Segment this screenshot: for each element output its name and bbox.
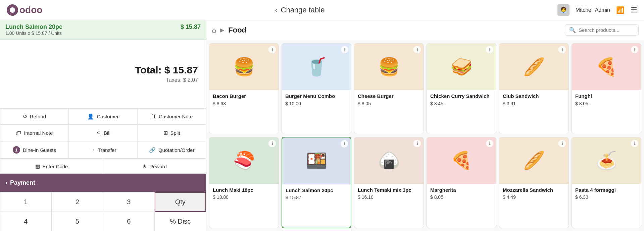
product-info-button-lunch-temaki-mix-3pc[interactable]: ℹ xyxy=(413,140,421,147)
transfer-button[interactable]: → Transfer xyxy=(69,141,138,159)
product-info-button-bacon-burger[interactable]: ℹ xyxy=(268,46,276,53)
category-label: Food xyxy=(228,26,246,35)
home-icon[interactable]: ⌂ xyxy=(212,26,216,35)
product-name-funghi: Funghi xyxy=(575,93,638,100)
product-name-lunch-maki-18pc: Lunch Maki 18pc xyxy=(213,187,275,193)
avatar: 🧑‍💼 xyxy=(557,4,569,16)
product-info-pasta-4-formaggi: Pasta 4 formaggi $ 6.33 xyxy=(572,184,641,204)
customer-icon: 👤 xyxy=(87,113,94,120)
bill-label: Bill xyxy=(104,130,110,136)
product-image-cheese-burger: 🍔 xyxy=(354,43,424,90)
payment-chevron-icon: › xyxy=(5,179,7,186)
quotation-order-button[interactable]: 🔗 Quotation/Order xyxy=(137,141,206,159)
product-card-lunch-salmon-20pc[interactable]: 🍱 ℹ Lunch Salmon 20pc $ 15.87 xyxy=(282,137,351,229)
customer-note-label: Customer Note xyxy=(159,114,193,119)
product-price-funghi: $ 8.05 xyxy=(575,101,638,106)
back-button[interactable]: ‹ xyxy=(275,6,278,14)
numpad-grid: 1 2 3 Qty 4 5 6 % Disc xyxy=(0,192,206,231)
numpad-1[interactable]: 1 xyxy=(0,192,52,212)
product-info-button-club-sandwich[interactable]: ℹ xyxy=(558,46,566,53)
numpad-3[interactable]: 3 xyxy=(103,192,155,212)
order-item-name: Lunch Salmon 20pc xyxy=(5,23,62,31)
numpad-qty[interactable]: Qty xyxy=(155,192,206,212)
product-card-cheese-burger[interactable]: 🍔 ℹ Cheese Burger $ 8.05 xyxy=(354,43,424,134)
product-image-bacon-burger: 🍔 xyxy=(209,43,279,90)
numpad-disc[interactable]: % Disc xyxy=(155,212,206,231)
breadcrumb-sep: ▶ xyxy=(220,27,224,33)
category-bar: ⌂ ▶ Food 🔍 xyxy=(206,20,644,40)
product-info-button-lunch-salmon-20pc[interactable]: ℹ xyxy=(341,140,348,148)
product-emoji-burger-menu-combo: 🥤 xyxy=(306,57,328,77)
product-image-chicken-curry-sandwich: 🥪 xyxy=(427,43,496,90)
total-area: Total: $ 15.87 Taxes: $ 2.07 xyxy=(0,40,206,108)
customer-note-button[interactable]: 🗒 Customer Note xyxy=(137,108,206,125)
product-name-mozzarella-sandwich: Mozzarella Sandwich xyxy=(503,187,565,193)
numpad-6[interactable]: 6 xyxy=(103,212,155,231)
payment-button[interactable]: › Payment xyxy=(0,174,206,192)
enter-code-label: Enter Code xyxy=(43,164,68,169)
product-emoji-bacon-burger: 🍔 xyxy=(233,57,255,77)
internal-note-button[interactable]: 🏷 Internal Note xyxy=(0,125,69,141)
product-emoji-cheese-burger: 🍔 xyxy=(378,57,400,77)
customer-note-icon: 🗒 xyxy=(151,114,156,120)
reward-button[interactable]: ★ Reward xyxy=(103,159,206,174)
split-icon: ⊞ xyxy=(163,130,168,136)
product-card-pasta-4-formaggi[interactable]: 🍝 ℹ Pasta 4 formaggi $ 6.33 xyxy=(572,137,641,229)
product-card-margherita[interactable]: 🍕 ℹ Margherita $ 8.05 xyxy=(427,137,496,229)
product-info-button-cheese-burger[interactable]: ℹ xyxy=(413,46,421,53)
product-info-bacon-burger: Bacon Burger $ 8.63 xyxy=(209,90,279,110)
product-info-button-funghi[interactable]: ℹ xyxy=(631,46,638,53)
quotation-order-label: Quotation/Order xyxy=(158,147,195,153)
dine-in-badge: 1 xyxy=(13,146,20,154)
quotation-icon: 🔗 xyxy=(149,147,156,153)
product-info-button-lunch-maki-18pc[interactable]: ℹ xyxy=(268,140,276,147)
product-card-lunch-temaki-mix-3pc[interactable]: 🍙 ℹ Lunch Temaki mix 3pc $ 16.10 xyxy=(354,137,424,229)
numpad-5[interactable]: 5 xyxy=(52,212,103,231)
refund-button[interactable]: ↺ Refund xyxy=(0,108,69,125)
barcode-icon: ▦ xyxy=(35,163,40,169)
order-item-qty: 1.00 Units x $ 15.87 / Units xyxy=(5,31,62,36)
product-card-burger-menu-combo[interactable]: 🥤 ℹ Burger Menu Combo $ 10.00 xyxy=(282,43,351,134)
svg-point-0 xyxy=(10,7,15,13)
hamburger-menu-button[interactable]: ☰ xyxy=(631,6,637,14)
product-info-button-pasta-4-formaggi[interactable]: ℹ xyxy=(631,140,638,147)
product-card-mozzarella-sandwich[interactable]: 🥖 ℹ Mozzarella Sandwich $ 4.49 xyxy=(499,137,569,229)
product-info-button-margherita[interactable]: ℹ xyxy=(486,140,493,147)
product-info-cheese-burger: Cheese Burger $ 8.05 xyxy=(354,90,424,110)
product-price-burger-menu-combo: $ 10.00 xyxy=(285,101,348,106)
product-info-button-chicken-curry-sandwich[interactable]: ℹ xyxy=(486,46,493,53)
product-card-funghi[interactable]: 🍕 ℹ Funghi $ 8.05 xyxy=(572,43,641,134)
tag-icon: 🏷 xyxy=(16,130,21,136)
product-image-lunch-temaki-mix-3pc: 🍙 xyxy=(354,137,424,184)
product-price-pasta-4-formaggi: $ 6.33 xyxy=(575,194,638,200)
product-emoji-lunch-salmon-20pc: 🍱 xyxy=(306,151,328,171)
search-input[interactable] xyxy=(579,27,634,33)
product-emoji-club-sandwich: 🥖 xyxy=(523,57,545,77)
product-card-bacon-burger[interactable]: 🍔 ℹ Bacon Burger $ 8.63 xyxy=(209,43,279,134)
product-price-chicken-curry-sandwich: $ 3.45 xyxy=(430,101,493,106)
dine-in-guests-button[interactable]: 1 Dine-in Guests xyxy=(0,141,69,159)
product-emoji-margherita: 🍕 xyxy=(451,150,473,171)
bill-button[interactable]: 🖨 Bill xyxy=(69,125,138,141)
product-image-lunch-maki-18pc: 🍣 xyxy=(209,137,279,184)
numpad-4[interactable]: 4 xyxy=(0,212,52,231)
print-icon: 🖨 xyxy=(96,130,101,136)
product-emoji-funghi: 🍕 xyxy=(596,57,617,77)
enter-code-button[interactable]: ▦ Enter Code xyxy=(0,159,103,174)
product-info-club-sandwich: Club Sandwich $ 3.91 xyxy=(499,90,568,110)
customer-button[interactable]: 👤 Customer xyxy=(69,108,138,125)
odoo-logo-circle xyxy=(7,4,18,16)
product-emoji-lunch-maki-18pc: 🍣 xyxy=(233,150,255,171)
product-name-pasta-4-formaggi: Pasta 4 formaggi xyxy=(575,187,638,193)
product-card-club-sandwich[interactable]: 🥖 ℹ Club Sandwich $ 3.91 xyxy=(499,43,569,134)
topbar-right: 🧑‍💼 Mitchell Admin 📶 ☰ xyxy=(557,4,637,16)
split-button[interactable]: ⊞ Split xyxy=(137,125,206,141)
numpad-2[interactable]: 2 xyxy=(52,192,103,212)
numpad-area: › Payment 1 2 3 Qty 4 5 6 % Disc xyxy=(0,174,206,231)
product-card-lunch-maki-18pc[interactable]: 🍣 ℹ Lunch Maki 18pc $ 13.80 xyxy=(209,137,279,229)
product-info-button-burger-menu-combo[interactable]: ℹ xyxy=(341,46,348,53)
product-card-chicken-curry-sandwich[interactable]: 🥪 ℹ Chicken Curry Sandwich $ 3.45 xyxy=(427,43,496,134)
product-info-button-mozzarella-sandwich[interactable]: ℹ xyxy=(558,140,566,147)
product-image-margherita: 🍕 xyxy=(427,137,496,184)
product-name-chicken-curry-sandwich: Chicken Curry Sandwich xyxy=(430,93,493,100)
